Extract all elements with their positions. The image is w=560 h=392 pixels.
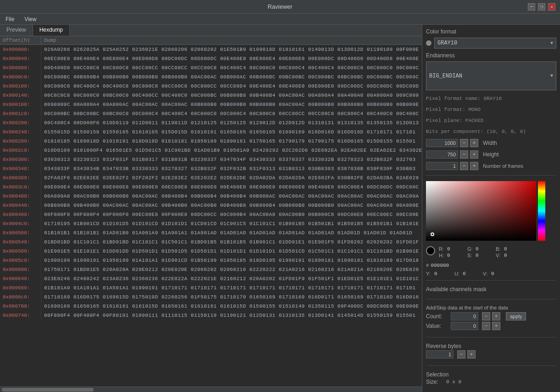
table-row: 0x000140: 00C8C0C8 00C800C0 00BC00C0 00C… bbox=[0, 91, 422, 100]
table-row: 0x000640: 023E0246 02460242 023A0236 023… bbox=[0, 274, 422, 283]
count-label: Count: bbox=[426, 313, 449, 320]
tab-hexdump[interactable]: Hexdump bbox=[33, 25, 70, 36]
pixel-plane: Pixel plane: PACKED bbox=[426, 117, 556, 124]
y-value: 0 bbox=[434, 271, 448, 276]
color-output-row: R: 0 G: 0 B: 0 H: 0 S: 0 V: 0 bbox=[426, 246, 556, 258]
reverse-bytes-minus-btn[interactable]: − bbox=[457, 350, 465, 359]
frames-label: Number of frames bbox=[483, 163, 529, 169]
reverse-bytes-input[interactable] bbox=[426, 350, 454, 359]
title-bar: Raviewer — ❐ ✕ bbox=[0, 0, 560, 14]
minimize-button[interactable]: — bbox=[528, 3, 535, 11]
table-row: 0x000000: 026A0266 0262025A 025A0252 023… bbox=[0, 45, 422, 54]
hex-color-value: 000000 bbox=[431, 263, 449, 268]
hex-data: 00F800F8 00F800F4 00F000F0 00EC00E8 00F0… bbox=[41, 210, 422, 219]
hex-data: 00D400D0 00CC00C8 00C800C8 00CC00CC 00CC… bbox=[41, 63, 422, 72]
color-circle bbox=[426, 246, 435, 255]
horizontal-scrollbar[interactable] bbox=[0, 386, 422, 392]
table-row: 0x000440: 00B800B8 00B400B0 00AC00AC 00A… bbox=[0, 201, 422, 210]
hex-offset: 0x0003c0: bbox=[0, 182, 41, 192]
rgb-r-row: R: 0 G: 0 B: 0 bbox=[439, 246, 518, 252]
height-input[interactable] bbox=[426, 150, 458, 159]
count-input[interactable] bbox=[451, 312, 478, 320]
hexdump-header: Offset(h) Dump bbox=[0, 36, 422, 45]
color-format-dropdown[interactable]: GRAY10 ▼ bbox=[434, 38, 556, 49]
table-row: 0x000080: 00D400D0 00CC00C8 00C800C8 00C… bbox=[0, 63, 422, 72]
menu-view[interactable]: View bbox=[22, 15, 39, 23]
hex-data: 00C000C0 00C400C4 00C400C8 00C800C8 00CC… bbox=[41, 82, 422, 91]
h-value: 0 bbox=[447, 253, 461, 258]
u-label: U: bbox=[454, 271, 461, 276]
table-row: 0x0002c0: 010D0109 0101000F4 016501E5 01… bbox=[0, 146, 422, 155]
channels-mask-label: Available channels mask bbox=[426, 286, 556, 293]
hex-offset: 0x000380: bbox=[0, 173, 41, 182]
table-row: 0x0000c0: 00C000BC 00B800B4 00B800B0 00B… bbox=[0, 72, 422, 82]
table-row: 0x000600: 01750171 01BD01E5 020A020A 020… bbox=[0, 265, 422, 274]
b-value: 0 bbox=[504, 246, 518, 252]
width-minus-btn[interactable]: − bbox=[460, 139, 468, 147]
hex-offset: 0x000640: bbox=[0, 274, 41, 283]
color-gradient[interactable] bbox=[426, 181, 536, 241]
table-row: 0x000040: 00EC00E8 00E400E4 00E800E4 00E… bbox=[0, 54, 422, 63]
hex-data: 00C400C4 00D000F0 010D0119 011D0011 0119… bbox=[41, 118, 422, 127]
count-minus-btn[interactable]: − bbox=[482, 312, 490, 320]
reverse-bytes-plus-btn[interactable]: + bbox=[467, 350, 476, 359]
u-value: 0 bbox=[463, 271, 476, 276]
hex-offset: 0x000100: bbox=[0, 82, 41, 91]
divider-2 bbox=[426, 280, 556, 281]
window-controls[interactable]: — ❐ ✕ bbox=[528, 3, 555, 11]
hex-data: 01B101A9 01A101A1 01A501A1 01990191 0171… bbox=[41, 283, 419, 293]
frames-row: − + Number of frames bbox=[426, 162, 556, 170]
endianness-dropdown[interactable]: BIG_ENDIAN ▼ bbox=[426, 61, 556, 90]
height-minus-btn[interactable]: − bbox=[460, 150, 468, 159]
hexdump-area[interactable]: 0x000000: 026A0266 0262025A 025A0252 023… bbox=[0, 45, 422, 386]
menu-file[interactable]: File bbox=[3, 15, 17, 23]
hex-data: 00A800A8 00AC00B0 00B000B0 00AC00AC 00B4… bbox=[41, 192, 422, 201]
height-plus-btn[interactable]: + bbox=[470, 150, 478, 159]
hex-offset: 0x000180: bbox=[0, 100, 41, 109]
hex-data: 01B101B1 01B101B1 01AD01B0 01A901A9 01A9… bbox=[41, 228, 415, 237]
hash-label: # bbox=[426, 263, 429, 268]
hex-data: 01710195 01B901CD 01D101D5 01D101CD 01D1… bbox=[41, 219, 422, 228]
value-minus-btn[interactable]: − bbox=[482, 322, 490, 330]
hex-offset: 0x000080: bbox=[0, 63, 41, 72]
apply-button[interactable]: apply bbox=[506, 312, 526, 320]
width-input[interactable] bbox=[426, 139, 458, 147]
hex-data: 010D0109 0101000F4 016501E5 01D501C5 01C… bbox=[41, 146, 422, 155]
table-row: 0x0004c0: 01710195 01B901CD 01D101D5 01D… bbox=[0, 219, 422, 228]
reverse-bytes-section: Reverse bytes − + bbox=[426, 343, 556, 360]
table-row: 0x000300: 03030313 03230323 031F031F 031… bbox=[0, 155, 422, 164]
close-button[interactable]: ✕ bbox=[548, 3, 555, 11]
v-label: V: bbox=[496, 253, 502, 258]
channels-mask-section: Available channels mask bbox=[426, 286, 556, 293]
hex-data: 01E901E5 01E101E1 01DD01DD 01D501D1 01D5… bbox=[41, 247, 422, 256]
hex-offset: 0x000240: bbox=[0, 127, 41, 137]
frames-minus-btn[interactable]: − bbox=[460, 162, 468, 170]
hex-offset: 0x0006c0: bbox=[0, 293, 41, 302]
b-label: B: bbox=[496, 246, 502, 252]
scrollbar-thumb[interactable] bbox=[2, 388, 94, 392]
hex-data: 00F800F4 00F400F4 00F80101 01090111 0111… bbox=[41, 311, 419, 320]
hex-data: 01810185 0189018D 01910191 018D018D 0181… bbox=[41, 137, 419, 146]
width-plus-btn[interactable]: + bbox=[470, 139, 478, 147]
divider-4 bbox=[426, 337, 556, 337]
menu-bar: File View bbox=[0, 14, 560, 25]
color-picker[interactable] bbox=[426, 181, 556, 241]
hex-data: 023E0246 02460242 023A0236 02360236 022E… bbox=[41, 274, 422, 283]
hex-data: 01710169 016D0175 0169015D 0175019D 0226… bbox=[41, 293, 422, 302]
hex-offset: 0x000400: bbox=[0, 192, 41, 201]
hex-offset: 0x0004c0: bbox=[0, 219, 41, 228]
frames-input[interactable] bbox=[426, 162, 458, 170]
value-input[interactable] bbox=[451, 322, 478, 330]
table-row: 0x000580: 01E901E5 01E101E1 01DD01DD 01D… bbox=[0, 247, 422, 256]
table-row: 0x000540: 01BD01BD 01C101C1 01BD01BD 01C… bbox=[0, 237, 422, 247]
color-picker-container bbox=[426, 181, 556, 241]
count-plus-btn[interactable]: + bbox=[492, 312, 500, 320]
hex-offset: 0x000440: bbox=[0, 201, 41, 210]
hue-bar[interactable] bbox=[538, 181, 545, 241]
restore-button[interactable]: ❐ bbox=[538, 3, 545, 11]
tab-preview[interactable]: Preview bbox=[0, 25, 33, 36]
frames-plus-btn[interactable]: + bbox=[470, 162, 478, 170]
hex-data: 01690169 01650165 01610161 0161015D 0165… bbox=[41, 302, 422, 311]
value-plus-btn[interactable]: + bbox=[492, 322, 500, 330]
bits-per-component: Bits per component: (10, 0, 0, 0) bbox=[426, 128, 556, 135]
